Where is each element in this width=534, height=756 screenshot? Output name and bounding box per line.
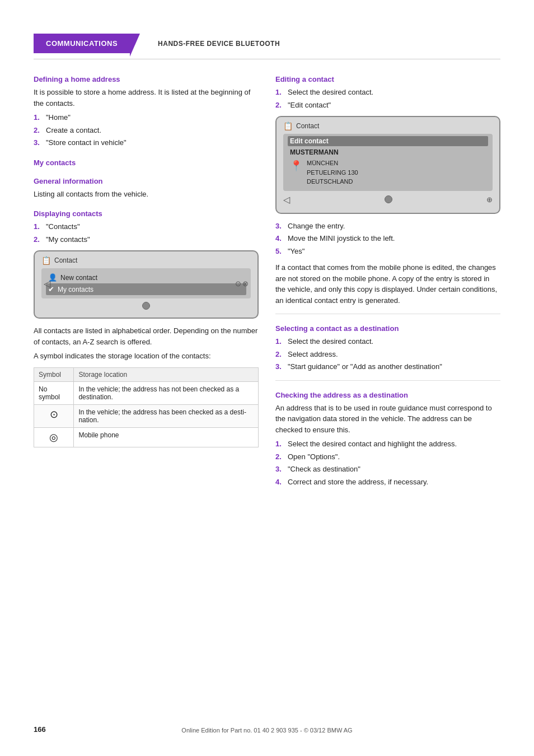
table-row: ◎ Mobile phone (34, 427, 259, 447)
selecting-steps: 1.Select the desired contact. 2.Select a… (275, 336, 500, 372)
right-column: Editing a contact 1.Select the desired c… (275, 75, 500, 493)
left-column: Defining a home address It is possible t… (34, 75, 259, 493)
table-cell-symbol: ⊙ (34, 404, 74, 427)
page-number: 166 (34, 725, 46, 734)
list-item: 1.Select the desired contact and highlig… (275, 438, 500, 450)
screen-nav-left-edit: ◁ (283, 194, 290, 205)
editing-steps1: 1.Select the desired contact. 2."Edit co… (275, 87, 500, 110)
list-item: 3."Start guidance" or "Add as another de… (275, 361, 500, 372)
section-general-body: Listing all contacts from the vehicle. (34, 189, 259, 200)
screen-title-icon: 📋 (283, 122, 293, 130)
list-item: 1.Select the desired contact. (275, 87, 500, 98)
edit-contact-info: 📍 MÜNCHENPETUELRING 130DEUTSCHLAND (288, 157, 488, 188)
editing-body: If a contact that comes from the mobile … (275, 262, 500, 306)
section-editing-title: Editing a contact (275, 75, 500, 83)
footer-credit: Online Edition for Part no. 01 40 2 903 … (0, 727, 534, 734)
list-item: 2."Edit contact" (275, 100, 500, 111)
list-item: 2.Create a contact. (34, 125, 259, 136)
comm-block: COMMUNICATIONS (34, 34, 130, 53)
edit-highlight: Edit contact (288, 136, 488, 146)
table-cell-desc: In the vehicle; the address has been che… (74, 404, 259, 427)
screen-title-text: Contact (54, 256, 77, 264)
list-item: 2.Select address. (275, 349, 500, 360)
list-item: 2.Open "Options". (275, 451, 500, 463)
list-item: 1.Select the desired contact. (275, 336, 500, 347)
section-defining-title: Defining a home address (34, 75, 259, 83)
page-header: COMMUNICATIONS HANDS-FREE DEVICE BLUETOO… (34, 34, 500, 59)
list-item: 3."Check as destination" (275, 464, 500, 475)
screen-title-text: Contact (296, 122, 319, 130)
checking-steps: 1.Select the desired contact and highlig… (275, 438, 500, 487)
edit-contact-screen: 📋 Contact Edit contact MUSTERMANN 📍 MÜNC… (275, 116, 500, 214)
screen-nav-right: ⊙⊗ (235, 279, 249, 288)
section-mycontacts-title: My contacts (34, 158, 259, 167)
table-cell-symbol: ◎ (34, 427, 74, 447)
divider2 (275, 380, 500, 381)
screen-row-new: 👤 New contact (46, 272, 246, 283)
screen-nav-left: ◁ (44, 278, 50, 289)
screen-nav-right-edit: ⊕ (486, 195, 493, 204)
table-row: No symbol In the vehicle; the address ha… (34, 381, 259, 404)
contacts-body2: A symbol indicates the storage location … (34, 351, 259, 362)
screen-title-bar: 📋 Contact (41, 256, 251, 265)
list-item: 4.Move the MINI joystick to the left. (275, 233, 500, 244)
list-item: 3.Change the entry. (275, 221, 500, 232)
table-header-location: Storage location (74, 367, 259, 381)
symbol-table: Symbol Storage location No symbol In the… (34, 367, 259, 447)
sub-label: HANDS-FREE DEVICE BLUETOOTH (158, 34, 280, 53)
list-item: 1."Home" (34, 112, 259, 123)
checking-body: An address that is to be used in route g… (275, 403, 500, 436)
screen-knob (142, 302, 150, 310)
screen-title-bar: 📋 Contact (283, 122, 493, 130)
table-cell-desc: In the vehicle; the address has not been… (74, 381, 259, 404)
content-area: Defining a home address It is possible t… (34, 75, 500, 493)
editing-steps2: 3.Change the entry. 4.Move the MINI joys… (275, 221, 500, 257)
contacts-screen-mockup: 📋 Contact ◁ 👤 New contact ✔ My contacts … (34, 250, 259, 319)
displaying-steps: 1."Contacts" 2."My contacts" (34, 221, 259, 245)
list-item: 4.Correct and store the address, if nece… (275, 477, 500, 488)
footer: 166 Online Edition for Part no. 01 40 2 … (0, 727, 534, 734)
table-header-symbol: Symbol (34, 367, 74, 381)
section-selecting-title: Selecting a contact as a destination (275, 324, 500, 333)
comm-label: COMMUNICATIONS (46, 39, 118, 48)
screen-body: ◁ 👤 New contact ✔ My contacts ⊙⊗ (41, 268, 251, 298)
defining-steps: 1."Home" 2.Create a contact. 3."Store co… (34, 112, 259, 148)
edit-screen-body: Edit contact MUSTERMANN 📍 MÜNCHENPETUELR… (283, 134, 493, 191)
section-general-title: General information (34, 177, 259, 185)
screen-title-icon: 📋 (41, 256, 51, 265)
edit-contact-text: MÜNCHENPETUELRING 130DEUTSCHLAND (307, 158, 358, 186)
section-checking-title: Checking the address as a destination (275, 391, 500, 399)
screen-knob-edit (385, 195, 392, 203)
section-displaying-title: Displaying contacts (34, 209, 259, 218)
table-cell-desc: Mobile phone (74, 427, 259, 447)
section-defining-body: It is possible to store a home address. … (34, 87, 259, 109)
table-cell-symbol: No symbol (34, 381, 74, 404)
edit-name: MUSTERMANN (288, 147, 488, 157)
screen-row-mycontacts: ✔ My contacts (46, 283, 246, 295)
list-item: 3."Store contact in vehicle" (34, 137, 259, 148)
list-item: 2."My contacts" (34, 234, 259, 245)
list-item: 1."Contacts" (34, 221, 259, 232)
table-row: ⊙ In the vehicle; the address has been c… (34, 404, 259, 427)
contacts-body1: All contacts are listed in alphabetical … (34, 325, 259, 347)
list-item: 5."Yes" (275, 246, 500, 257)
location-pin-icon: 📍 (290, 160, 302, 172)
divider (275, 314, 500, 314)
